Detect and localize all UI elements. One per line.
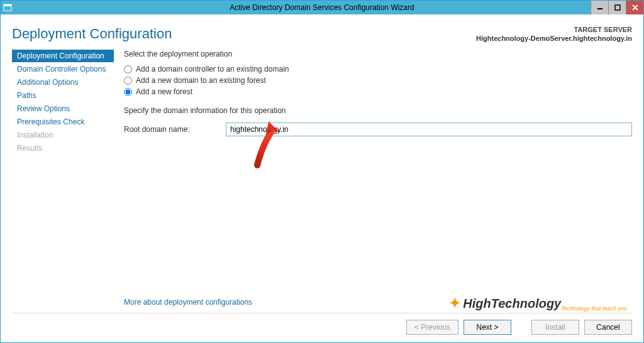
minimize-button[interactable] xyxy=(591,1,608,14)
radio-add-new-forest[interactable]: Add a new forest xyxy=(124,86,632,97)
app-icon xyxy=(3,3,12,12)
radio-add-domain-existing-forest[interactable]: Add a new domain to an existing forest xyxy=(124,75,632,86)
titlebar: Active Directory Domain Services Configu… xyxy=(1,1,643,14)
wizard-window: Active Directory Domain Services Configu… xyxy=(0,0,644,343)
svg-rect-1 xyxy=(4,4,11,6)
root-domain-row: Root domain name: xyxy=(124,122,632,136)
header-row: Deployment Configuration TARGET SERVER H… xyxy=(1,14,643,42)
root-domain-input[interactable] xyxy=(226,122,632,136)
sidebar-item-paths[interactable]: Paths xyxy=(12,89,114,102)
next-button[interactable]: Next > xyxy=(464,320,511,335)
radio-input-add-dc-existing-domain[interactable] xyxy=(124,65,132,74)
more-about-link[interactable]: More about deployment configurations xyxy=(124,295,632,309)
target-server-name: Hightechnology-DemoServer.hightechnology… xyxy=(476,35,632,42)
sidebar-item-results: Results xyxy=(12,142,114,155)
previous-button: < Previous xyxy=(406,320,458,335)
sidebar-item-domain-controller-options[interactable]: Domain Controller Options xyxy=(12,63,114,75)
radio-input-add-new-forest[interactable] xyxy=(124,88,132,96)
body-row: Deployment Configuration Domain Controll… xyxy=(1,42,643,309)
page-title: Deployment Configuration xyxy=(12,26,172,42)
button-row: < Previous Next > Install Cancel xyxy=(1,313,643,342)
close-button[interactable] xyxy=(626,1,643,14)
target-server-label: TARGET SERVER xyxy=(476,26,632,33)
radio-input-add-domain-existing-forest[interactable] xyxy=(124,77,132,85)
install-button: Install xyxy=(531,320,579,335)
cancel-button[interactable]: Cancel xyxy=(584,320,632,335)
window-controls xyxy=(591,1,643,14)
sidebar: Deployment Configuration Domain Controll… xyxy=(12,50,114,309)
content-area: Deployment Configuration TARGET SERVER H… xyxy=(1,14,643,342)
sidebar-item-installation: Installation xyxy=(12,129,114,141)
target-server-block: TARGET SERVER Hightechnology-DemoServer.… xyxy=(476,26,632,42)
svg-rect-3 xyxy=(615,5,620,10)
sidebar-item-review-options[interactable]: Review Options xyxy=(12,102,114,115)
root-domain-label: Root domain name: xyxy=(124,125,218,134)
specify-domain-label: Specify the domain information for this … xyxy=(124,106,632,115)
select-operation-label: Select the deployment operation xyxy=(124,50,632,58)
sidebar-item-prerequisites-check[interactable]: Prerequisites Check xyxy=(12,116,114,128)
radio-add-dc-existing-domain[interactable]: Add a domain controller to an existing d… xyxy=(124,63,632,75)
maximize-button[interactable] xyxy=(608,1,626,14)
window-title: Active Directory Domain Services Configu… xyxy=(230,3,414,12)
sidebar-item-deployment-configuration[interactable]: Deployment Configuration xyxy=(12,50,114,62)
sidebar-item-additional-options[interactable]: Additional Options xyxy=(12,76,114,89)
main-panel: Select the deployment operation Add a do… xyxy=(124,50,632,309)
